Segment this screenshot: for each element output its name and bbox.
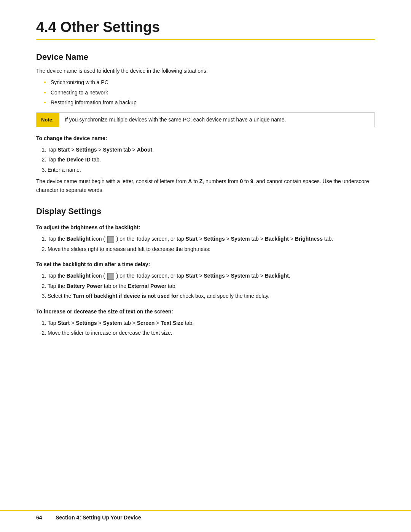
brightness-steps: Tap the Backlight icon ( ) on the Today … — [48, 235, 375, 253]
step-item: Tap the Device ID tab. — [48, 155, 375, 164]
step-item: Select the Turn off backlight if device … — [48, 292, 375, 300]
page-footer: 64 Section 4: Setting Up Your Device — [0, 510, 411, 521]
change-device-name-steps: Tap Start > Settings > System tab > Abou… — [48, 145, 375, 174]
backlight-icon — [107, 236, 114, 243]
device-name-section-title: Device Name — [36, 52, 375, 62]
textsize-title: To increase or decrease the size of text… — [36, 307, 375, 316]
page-number: 64 — [36, 514, 42, 521]
bullet-item: Synchronizing with a PC — [44, 78, 375, 86]
step-item: Move the sliders right to increase and l… — [48, 245, 375, 253]
device-name-intro: The device name is used to identify the … — [36, 67, 375, 75]
dim-title: To set the backlight to dim after a time… — [36, 260, 375, 268]
note-label: Note: — [37, 113, 59, 127]
step-item: Tap Start > Settings > System tab > Abou… — [48, 145, 375, 154]
step-item: Tap the Backlight icon ( ) on the Today … — [48, 272, 375, 280]
step-item: Enter a name. — [48, 166, 375, 174]
textsize-steps: Tap Start > Settings > System tab > Scre… — [48, 319, 375, 337]
footer-section: Section 4: Setting Up Your Device — [50, 514, 141, 521]
dim-steps: Tap the Backlight icon ( ) on the Today … — [48, 272, 375, 300]
step-item: Tap Start > Settings > System tab > Scre… — [48, 319, 375, 327]
procedure-title: To change the device name: — [36, 134, 375, 142]
step-item: Tap the Battery Power tab or the Externa… — [48, 282, 375, 290]
display-settings-section-title: Display Settings — [36, 206, 375, 216]
backlight-icon-2 — [107, 273, 114, 280]
bullet-item: Connecting to a network — [44, 88, 375, 97]
bullet-item: Restoring information from a backup — [44, 98, 375, 107]
note-box: Note: If you synchronize multiple device… — [36, 112, 375, 127]
device-name-footer-note: The device name must begin with a letter… — [36, 177, 375, 194]
brightness-title: To adjust the brightness of the backligh… — [36, 223, 375, 232]
chapter-title: 4.4 Other Settings — [36, 19, 375, 40]
device-name-bullets: Synchronizing with a PC Connecting to a … — [44, 78, 375, 107]
step-item: Tap the Backlight icon ( ) on the Today … — [48, 235, 375, 243]
step-item: Move the slider to increase or decrease … — [48, 329, 375, 337]
page: 4.4 Other Settings Device Name The devic… — [0, 0, 411, 532]
note-content: If you synchronize multiple devices with… — [59, 113, 291, 127]
